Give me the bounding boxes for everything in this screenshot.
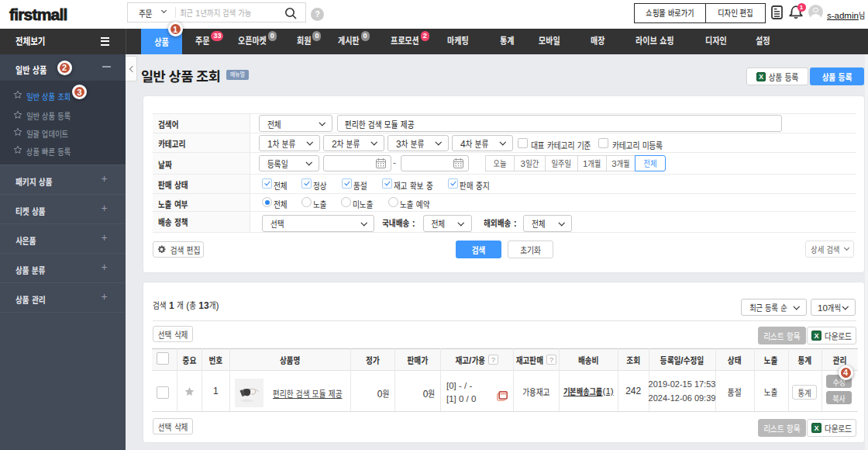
svg-text:X: X [814, 332, 819, 340]
svg-text:X: X [759, 73, 763, 81]
svg-text:X: X [814, 424, 819, 432]
